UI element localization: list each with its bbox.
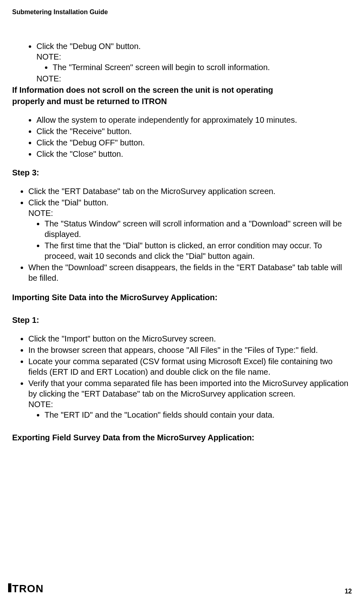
import-heading: Importing Site Data into the MicroSurvey… [12, 292, 352, 303]
item-text: Verify that your comma separated file ha… [28, 379, 348, 398]
step-1-label: Step 1: [12, 315, 352, 325]
list-item: Click the "Debug OFF" button. [36, 137, 352, 148]
logo: TRON [8, 582, 44, 596]
list-item: When the "Download" screen disappears, t… [28, 262, 352, 283]
list-item: The "Terminal Screen" screen will begin … [53, 62, 352, 73]
list-item: Verify that your comma separated file ha… [28, 378, 352, 420]
header-title: Submetering Installation Guide [12, 8, 352, 17]
list-item: In the browser screen that appears, choo… [28, 345, 352, 355]
list-item: Allow the system to operate independentl… [36, 115, 352, 125]
list-item: Click the "Close" button. [36, 149, 352, 159]
list-item: Click the "Receive" button. [36, 126, 352, 137]
inner-list: The "Terminal Screen" screen will begin … [36, 62, 352, 73]
warning-line-2: properly and must be returned to ITRON [12, 96, 352, 107]
list-item: Click the "Import" button on the MicroSu… [28, 333, 352, 344]
inner-list: The "ERT ID" and the "Location" fields s… [28, 410, 352, 420]
block1-list: Click the "Debug ON" button. NOTE: The "… [12, 41, 352, 84]
list-item: Click the "ERT Database" tab on the Micr… [28, 186, 352, 196]
item-text: Click the "Debug ON" button. [36, 42, 141, 51]
list-item: Click the "Debug ON" button. NOTE: The "… [36, 41, 352, 84]
block2-list: Allow the system to operate independentl… [12, 115, 352, 159]
item-text: Click the "Dial" button. [28, 198, 109, 207]
list-item: Click the "Dial" button. NOTE: The "Stat… [28, 197, 352, 261]
note-label: NOTE: [36, 51, 352, 62]
footer: TRON 12 [8, 582, 352, 596]
step3-list: Click the "ERT Database" tab on the Micr… [12, 186, 352, 283]
export-heading: Exporting Field Survey Data from the Mic… [12, 432, 352, 443]
inner-list: The "Status Window" screen will scroll i… [28, 218, 352, 261]
page-number: 12 [345, 587, 352, 596]
note-label: NOTE: [28, 208, 352, 218]
list-item: The "ERT ID" and the "Location" fields s… [45, 410, 352, 420]
list-item: Locate your comma separated (CSV format … [28, 356, 352, 377]
logo-bar-icon [8, 583, 11, 592]
list-item: The first time that the "Dial" button is… [45, 240, 352, 261]
logo-text: TRON [12, 583, 44, 595]
note-label: NOTE: [28, 399, 352, 410]
note-label: NOTE: [36, 73, 352, 84]
step1-list: Click the "Import" button on the MicroSu… [12, 333, 352, 420]
warning-line-1: If Information does not scroll on the sc… [12, 85, 352, 95]
step-3-label: Step 3: [12, 167, 352, 178]
list-item: The "Status Window" screen will scroll i… [45, 218, 352, 239]
